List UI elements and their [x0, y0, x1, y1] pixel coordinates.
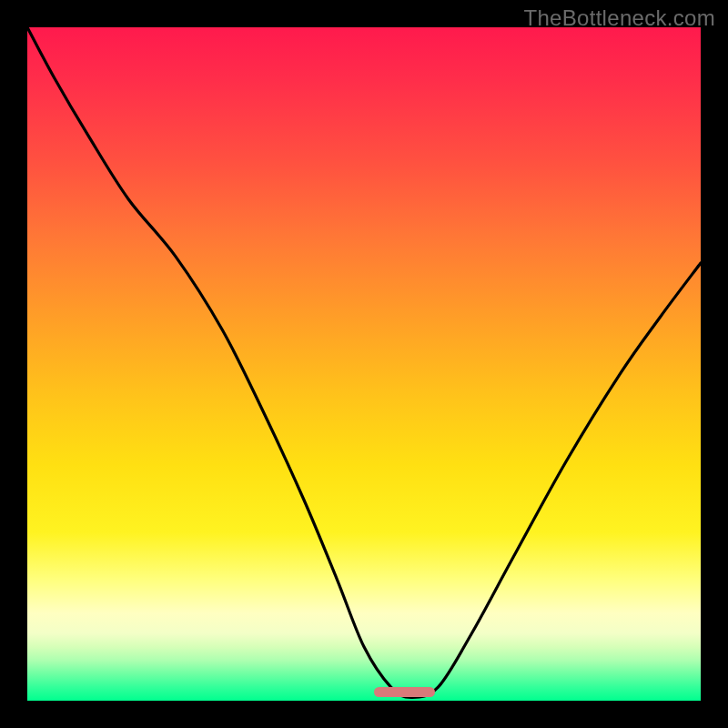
bottleneck-curve — [27, 27, 701, 701]
chart-frame: TheBottleneck.com — [0, 0, 728, 728]
plot-area — [27, 27, 701, 701]
watermark-text: TheBottleneck.com — [523, 5, 715, 31]
optimal-range-marker — [374, 687, 435, 697]
